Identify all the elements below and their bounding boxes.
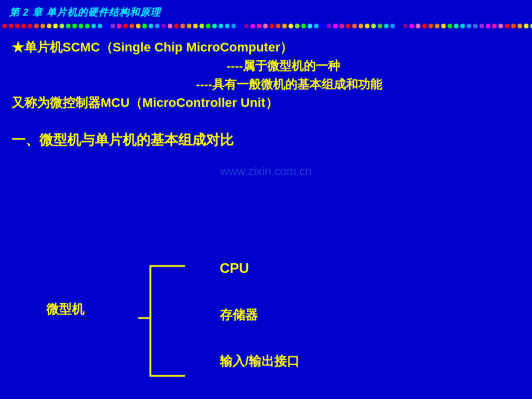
decorative-dot [28,24,32,28]
decorative-dot [492,24,497,28]
decorative-dot [346,24,350,28]
decorative-dot [15,24,20,28]
decorative-dot [390,24,395,28]
decorative-dot [193,24,198,28]
decorative-dot [231,24,236,28]
decorative-dot [79,24,83,28]
decorative-dot [72,24,77,28]
decorative-dot [66,24,71,28]
intro-line1: ★单片机SCMC（Single Chip MicroComputer） [12,38,520,57]
decorative-dot [206,24,210,28]
decorative-dot [441,24,446,28]
decorative-dot [454,24,459,28]
decorative-dot [117,24,121,28]
decorative-dot [9,24,13,28]
decorative-dot [34,24,39,28]
io-label: 输入/输出接口 [220,353,300,370]
decorative-dot [460,24,465,28]
section-title: 一、微型机与单片机的基本组成对比 [12,130,520,150]
decorative-dot [498,24,503,28]
intro-line4: 又称为微控制器MCU（MicroController Unit） [12,93,520,112]
diagram-area: 微型机 CPU 存储器 输入/输出接口 [12,254,520,387]
decorative-dot [98,24,102,28]
micro-label: 微型机 [46,301,84,318]
decorative-dot [85,24,90,28]
decorative-dot [327,24,331,28]
decorative-dot [308,24,312,28]
decorative-dot [448,24,452,28]
decorative-dot [314,24,319,28]
decorative-dot [136,24,141,28]
decorative-dot [269,24,274,28]
decorative-dot [263,24,268,28]
decorative-dot [104,24,109,28]
decorative-dot [110,24,115,28]
decorative-dot [384,24,389,28]
decorative-dot [435,24,439,28]
decorative-dot [168,24,172,28]
decorative-dot [161,24,166,28]
decorative-dot [2,24,7,28]
decorative-dot [428,24,433,28]
intro-line2: ----属于微型机的一种 [46,57,520,75]
decorative-dot [155,24,160,28]
decorative-dot [142,24,147,28]
decorative-dot [238,24,242,28]
decorative-dot [212,24,217,28]
decorative-dot [47,24,51,28]
decorative-dot [289,24,293,28]
decorative-dot [467,24,471,28]
decorative-dot [352,24,357,28]
decorative-dot [378,24,382,28]
watermark: www.zixin.com.cn [220,165,312,178]
cpu-label: CPU [220,260,249,276]
decorative-dot [91,24,96,28]
decorative-dot [187,24,191,28]
decorative-dot [40,24,45,28]
decorative-dot [505,24,509,28]
decorative-dot [479,24,484,28]
decorative-dot [250,24,255,28]
intro-line3: ----具有一般微机的基本组成和功能 [58,75,520,94]
decorative-dot [276,24,280,28]
decorative-dot [371,24,376,28]
decorative-dot [219,24,223,28]
decorative-dot [244,24,249,28]
decorative-dot [511,24,516,28]
bracket-svg [127,260,214,382]
decorative-dot [282,24,287,28]
decorative-dot [359,24,363,28]
decorative-dot [180,24,185,28]
decorative-dot [149,24,153,28]
header-bar: 第 2 章 单片机的硬件结构和原理 [0,0,532,24]
decorative-dot [123,24,128,28]
decorative-dot [473,24,478,28]
decorative-dot [60,24,64,28]
decorative-dot [397,24,401,28]
decorative-dot [53,24,58,28]
decorative-dot [257,24,261,28]
memory-label: 存储器 [220,306,258,324]
decorative-dot [339,24,344,28]
decorative-dot [416,24,420,28]
decorative-dot [320,24,325,28]
decorative-dot [333,24,338,28]
decorative-dots-row [0,23,532,29]
decorative-dot [130,24,134,28]
decorative-dot [200,24,204,28]
decorative-dot [524,24,529,28]
decorative-dot [225,24,230,28]
chapter-title: 第 2 章 单片机的硬件结构和原理 [9,6,161,19]
decorative-dot [486,24,490,28]
decorative-dot [174,24,179,28]
decorative-dot [518,24,522,28]
decorative-dot [409,24,414,28]
decorative-dot [422,24,427,28]
decorative-dot [295,24,300,28]
decorative-dot [21,24,26,28]
decorative-dot [403,24,408,28]
decorative-dot [365,24,370,28]
decorative-dot [301,24,306,28]
